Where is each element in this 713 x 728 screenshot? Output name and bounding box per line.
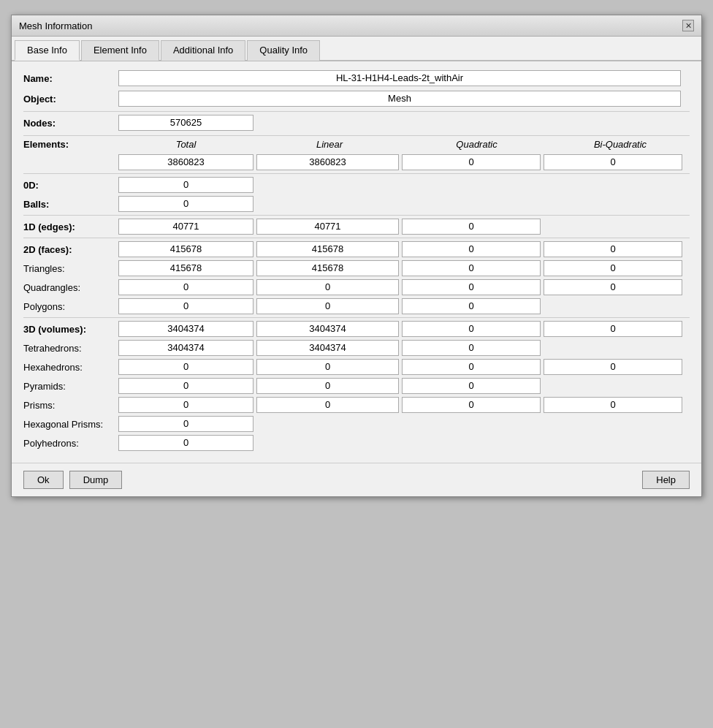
1d-cell-1: 40771	[256, 219, 399, 235]
col-header-linear: Linear	[256, 139, 403, 150]
pyramids-cell-1: 0	[256, 378, 399, 394]
triangles-cell-0: 415678	[118, 260, 253, 276]
elements-total-cell-3: 0	[544, 154, 682, 170]
tetrahedrons-cell-1: 3404374	[256, 340, 399, 356]
footer-right-buttons: Help	[642, 471, 690, 489]
tab-base-info[interactable]: Base Info	[15, 40, 80, 61]
hexprisms-cell-0: 0	[118, 416, 253, 432]
polyhedrons-cells: 0	[118, 435, 253, 451]
help-button[interactable]: Help	[642, 471, 690, 489]
elements-label-row: Elements: Total Linear Quadratic Bi-Quad…	[23, 139, 690, 150]
quadrangles-cell-0: 0	[118, 279, 253, 295]
quadrangles-row: Quadrangles: 0 0 0 0	[23, 279, 690, 295]
dump-button[interactable]: Dump	[69, 471, 123, 489]
tab-quality-info[interactable]: Quality Info	[247, 40, 320, 61]
tab-bar: Base Info Element Info Additional Info Q…	[12, 37, 701, 61]
ok-button[interactable]: Ok	[23, 471, 64, 489]
quadrangles-cell-2: 0	[402, 279, 541, 295]
tetrahedrons-cell-2: 0	[402, 340, 541, 356]
tetrahedrons-row: Tetrahedrons: 3404374 3404374 0	[23, 340, 690, 356]
hexprisms-cells: 0	[118, 416, 253, 432]
elements-total-cells: 3860823 3860823 0 0	[118, 154, 682, 170]
name-value: HL-31-H1H4-Leads-2t_withAir	[118, 70, 681, 86]
2d-cell-1: 415678	[256, 241, 399, 257]
2d-cells: 415678 415678 0 0	[118, 241, 682, 257]
col-header-biquadratic: Bi-Quadratic	[551, 139, 690, 150]
1d-cell-0: 40771	[118, 219, 253, 235]
hexahedrons-cell-1: 0	[256, 359, 399, 375]
3d-label: 3D (volumes):	[23, 324, 118, 335]
object-value: Mesh	[118, 91, 681, 107]
hexprisms-label: Hexagonal Prisms:	[23, 419, 118, 430]
polyhedrons-label: Polyhedrons:	[23, 438, 118, 449]
2d-row: 2D (faces): 415678 415678 0 0	[23, 241, 690, 257]
hexahedrons-cell-0: 0	[118, 359, 253, 375]
prisms-row: Prisms: 0 0 0 0	[23, 397, 690, 413]
1d-cells: 40771 40771 0	[118, 219, 541, 235]
mesh-information-window: Mesh Information ✕ Base Info Element Inf…	[11, 15, 702, 497]
tetrahedrons-cells: 3404374 3404374 0	[118, 340, 541, 356]
elements-total-cell-1: 3860823	[256, 154, 399, 170]
3d-cell-3: 0	[544, 321, 682, 337]
balls-row: Balls: 0	[23, 196, 690, 212]
pyramids-cell-0: 0	[118, 378, 253, 394]
pyramids-row: Pyramids: 0 0 0	[23, 378, 690, 394]
pyramids-cells: 0 0 0	[118, 378, 541, 394]
col-header-total: Total	[118, 139, 253, 150]
polyhedrons-row: Polyhedrons: 0	[23, 435, 690, 451]
title-bar: Mesh Information ✕	[12, 15, 701, 37]
nodes-label: Nodes:	[23, 118, 118, 129]
col-header-quadratic: Quadratic	[405, 139, 548, 150]
close-button[interactable]: ✕	[682, 20, 694, 31]
1d-row: 1D (edges): 40771 40771 0	[23, 219, 690, 235]
hexahedrons-cell-2: 0	[402, 359, 541, 375]
0d-row: 0D: 0	[23, 177, 690, 193]
elements-label: Elements:	[23, 139, 118, 150]
polygons-label: Polygons:	[23, 301, 118, 312]
triangles-cell-1: 415678	[256, 260, 399, 276]
3d-cell-0: 3404374	[118, 321, 253, 337]
footer-left-buttons: Ok Dump	[23, 471, 122, 489]
object-label: Object:	[23, 94, 118, 105]
prisms-cell-2: 0	[402, 397, 541, 413]
tab-element-info[interactable]: Element Info	[81, 40, 159, 61]
name-row: Name: HL-31-H1H4-Leads-2t_withAir	[23, 70, 690, 86]
0d-cells: 0	[118, 177, 253, 193]
window-title: Mesh Information	[19, 20, 92, 31]
3d-cell-1: 3404374	[256, 321, 399, 337]
elements-total-cell-2: 0	[402, 154, 541, 170]
2d-label: 2D (faces):	[23, 244, 118, 255]
hexahedrons-cell-3: 0	[544, 359, 682, 375]
polygons-cells: 0 0 0	[118, 298, 541, 314]
quadrangles-cells: 0 0 0 0	[118, 279, 682, 295]
prisms-cell-0: 0	[118, 397, 253, 413]
prisms-cell-3: 0	[544, 397, 682, 413]
hexahedrons-label: Hexahedrons:	[23, 362, 118, 373]
nodes-row: Nodes: 570625	[23, 115, 690, 131]
triangles-cells: 415678 415678 0 0	[118, 260, 682, 276]
hexahedrons-cells: 0 0 0 0	[118, 359, 682, 375]
2d-cell-2: 0	[402, 241, 541, 257]
tetrahedrons-label: Tetrahedrons:	[23, 343, 118, 354]
tab-content: Name: HL-31-H1H4-Leads-2t_withAir Object…	[12, 61, 701, 463]
pyramids-cell-2: 0	[402, 378, 541, 394]
balls-cells: 0	[118, 196, 253, 212]
triangles-cell-3: 0	[544, 260, 682, 276]
polygons-cell-0: 0	[118, 298, 253, 314]
hexahedrons-row: Hexahedrons: 0 0 0 0	[23, 359, 690, 375]
1d-label: 1D (edges):	[23, 221, 118, 232]
elements-total-cell-0: 3860823	[118, 154, 253, 170]
1d-cell-2: 0	[402, 219, 541, 235]
0d-label: 0D:	[23, 180, 118, 191]
polygons-cell-2: 0	[402, 298, 541, 314]
triangles-label: Triangles:	[23, 263, 118, 274]
footer: Ok Dump Help	[12, 463, 701, 496]
3d-cells: 3404374 3404374 0 0	[118, 321, 682, 337]
tab-additional-info[interactable]: Additional Info	[161, 40, 245, 61]
prisms-cell-1: 0	[256, 397, 399, 413]
triangles-cell-2: 0	[402, 260, 541, 276]
3d-row: 3D (volumes): 3404374 3404374 0 0	[23, 321, 690, 337]
polyhedrons-cell-0: 0	[118, 435, 253, 451]
balls-cell-0: 0	[118, 196, 253, 212]
quadrangles-cell-1: 0	[256, 279, 399, 295]
